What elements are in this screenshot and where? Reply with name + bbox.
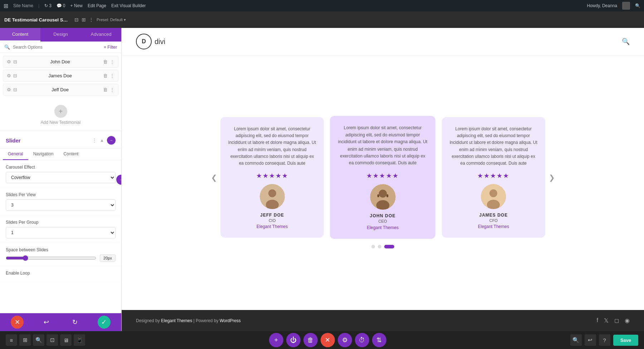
slider-arrow-icon[interactable]: → <box>107 136 116 145</box>
slider-collapse-icon[interactable]: ▲ <box>100 138 104 143</box>
slides-per-group-select[interactable]: 1 <box>6 227 116 238</box>
footer-social-icons: f 𝕏 ◻ ◉ <box>597 317 630 324</box>
gear-icon-james[interactable]: ⚙ <box>7 73 11 78</box>
edit-page-link[interactable]: Edit Page <box>88 3 106 8</box>
delete-icon-james[interactable]: 🗑 <box>103 73 108 78</box>
slider-more-icon[interactable]: ⋮ <box>92 137 97 143</box>
twitter-icon[interactable]: 𝕏 <box>604 317 609 324</box>
toolbar-grid-button[interactable]: ⊞ <box>19 334 31 346</box>
more-options-icon[interactable]: ⋮ <box>89 17 94 23</box>
confirm-button[interactable]: ✓ <box>98 316 111 329</box>
duplicate-icon[interactable]: ⊟ <box>74 17 79 23</box>
exit-builder-link[interactable]: Exit Visual Builder <box>111 3 146 8</box>
svg-rect-7 <box>386 194 388 197</box>
cancel-button[interactable]: ✕ <box>11 316 24 329</box>
add-circle-icon: + <box>54 105 67 118</box>
testimonial-item-actions-john: 🗑 ⋮ <box>103 59 114 64</box>
carousel-prev-arrow[interactable]: ❮ <box>208 171 220 184</box>
instagram-icon[interactable]: ◻ <box>614 317 619 324</box>
card-name-james: JAMES DOE <box>479 213 508 218</box>
site-header: D divi 🔍 <box>122 28 644 55</box>
section-divider <box>0 131 121 131</box>
toolbar-delete-button[interactable]: 🗑 <box>303 333 318 347</box>
toolbar-timer-button[interactable]: ⏱ <box>355 333 369 347</box>
carousel-effect-select[interactable]: Coverflow <box>6 172 116 183</box>
copy-icon-james[interactable]: ⊟ <box>13 73 17 78</box>
toolbar-layers-button[interactable]: ⊡ <box>47 334 58 346</box>
toolbar-settings-button[interactable]: ⚙ <box>338 333 352 347</box>
carousel-dot-2[interactable] <box>378 245 381 248</box>
toolbar-toggle-button[interactable]: ⇅ <box>372 333 386 347</box>
preset-label[interactable]: Preset: Default ▾ <box>97 18 126 22</box>
rss-icon[interactable]: ◉ <box>625 317 630 324</box>
card-text-john: Lorem ipsum dolor sit amet, consectetur … <box>337 125 428 166</box>
divi-logo-circle: D <box>136 34 152 49</box>
toolbar-search-button[interactable]: 🔍 <box>33 334 44 346</box>
copy-icon-john[interactable]: ⊟ <box>13 59 17 64</box>
card-text-james: Lorem ipsum dolor sit amet, consectetur … <box>449 126 538 167</box>
delete-icon-john[interactable]: 🗑 <box>103 59 108 64</box>
more-icon-john[interactable]: ⋮ <box>110 59 114 64</box>
space-between-slider[interactable] <box>6 255 96 261</box>
toolbar-menu-button[interactable]: ≡ <box>6 334 17 346</box>
tab-content[interactable]: Content <box>0 28 40 42</box>
enable-loop-label: Enable Loop <box>6 271 116 276</box>
slides-per-view-select[interactable]: 3 <box>6 199 116 211</box>
slides-per-group-label: Slides Per Group <box>6 220 116 225</box>
slider-tab-general[interactable]: General <box>3 149 28 160</box>
builder-header-icons: ⊟ ⊞ ⋮ <box>74 17 94 23</box>
space-between-label: Space between Slides <box>6 247 116 252</box>
delete-icon-jeff[interactable]: 🗑 <box>103 87 108 92</box>
undo-button[interactable]: ↩ <box>40 316 53 329</box>
carousel-section: ❮ Lorem ipsum dolor sit amet, consectetu… <box>122 55 644 310</box>
carousel-cards: Lorem ipsum dolor sit amet, consectetur … <box>220 117 545 238</box>
toolbar-add-button[interactable]: + <box>269 333 283 347</box>
testimonial-item-john: ⚙ ⊟ John Doe 🗑 ⋮ <box>3 56 118 68</box>
redo-button[interactable]: ↻ <box>69 316 82 329</box>
add-new-testimonial-button[interactable]: + Add New Testimonial <box>0 101 121 129</box>
footer-wordpress: WordPress <box>220 318 241 323</box>
carousel-dot-1[interactable] <box>371 245 375 248</box>
toolbar-desktop-button[interactable]: 🖥 <box>60 334 72 346</box>
space-between-value: 20px <box>100 255 116 262</box>
testimonial-name-john: John Doe <box>21 59 99 64</box>
toolbar-mobile-button[interactable]: 📱 <box>74 334 85 346</box>
gear-icon-john[interactable]: ⚙ <box>7 59 11 64</box>
toolbar-help-button[interactable]: ? <box>599 334 610 346</box>
toolbar-zoom-button[interactable]: 🔍 <box>570 334 582 346</box>
save-button[interactable]: Save <box>613 335 638 346</box>
grid-icon[interactable]: ⊞ <box>82 17 86 23</box>
slider-header[interactable]: Slider ⋮ ▲ → <box>0 132 121 149</box>
toolbar-power-button[interactable]: ⏻ <box>286 333 301 347</box>
toolbar-history-button[interactable]: ↩ <box>585 334 596 346</box>
testimonial-card-john: Lorem ipsum dolor sit amet, consectetur … <box>330 116 435 239</box>
tab-advanced[interactable]: Advanced <box>81 28 121 42</box>
testimonial-name-james: James Doe <box>21 73 99 78</box>
gear-icon-jeff[interactable]: ⚙ <box>7 87 11 92</box>
slider-tab-content[interactable]: Content <box>58 149 83 160</box>
wp-logo-icon[interactable]: ⊞ <box>4 3 8 9</box>
more-icon-james[interactable]: ⋮ <box>110 73 114 78</box>
carousel-dot-3[interactable] <box>384 245 394 248</box>
more-icon-jeff[interactable]: ⋮ <box>110 87 114 92</box>
card-stars-john: ★★★★★ <box>366 172 399 180</box>
tab-design[interactable]: Design <box>40 28 81 42</box>
update-icon[interactable]: ↻ 3 <box>44 3 52 8</box>
new-item-link[interactable]: + New <box>70 3 83 8</box>
search-icon[interactable]: 🔍 <box>635 3 640 8</box>
copy-icon-jeff[interactable]: ⊟ <box>13 87 17 92</box>
facebook-icon[interactable]: f <box>597 317 598 324</box>
site-name-link[interactable]: Site Name <box>13 3 33 8</box>
card-company-james: Elegant Themes <box>478 224 509 229</box>
comments-link[interactable]: 💬 0 <box>57 3 65 8</box>
site-search-icon[interactable]: 🔍 <box>622 38 630 45</box>
toolbar-close-button[interactable]: ✕ <box>321 333 335 347</box>
slider-tab-navigation[interactable]: Navigation <box>28 149 59 160</box>
bottom-toolbar: ≡ ⊞ 🔍 ⊡ 🖥 📱 + ⏻ 🗑 ✕ ⚙ ⏱ ⇅ 🔍 ↩ ? Save <box>0 331 644 349</box>
slides-per-view-group: Slides Per View 3 <box>0 188 121 215</box>
filter-button[interactable]: + Filter <box>104 45 117 50</box>
carousel-next-arrow[interactable]: ❯ <box>545 171 558 184</box>
panel-tabs: Content Design Advanced <box>0 28 121 42</box>
search-options-input[interactable] <box>13 45 101 50</box>
carousel-effect-label: Carousel Effect <box>6 165 116 170</box>
